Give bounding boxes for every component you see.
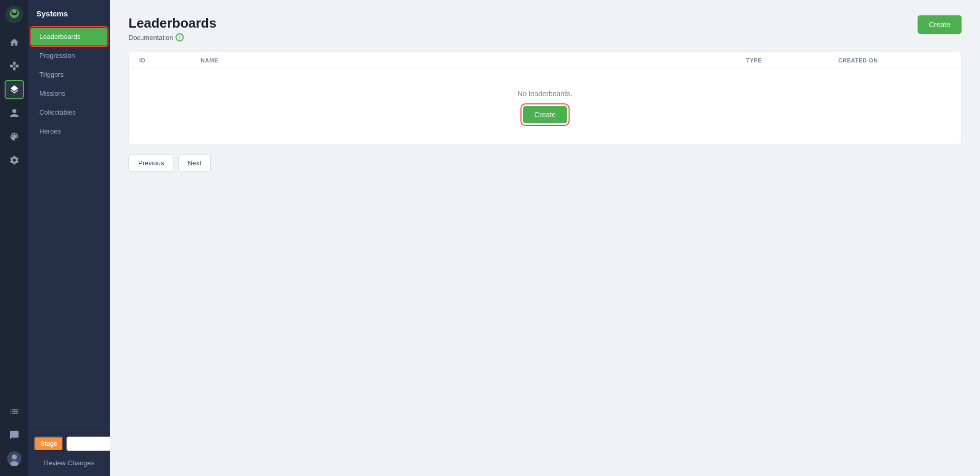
- col-id: ID: [139, 57, 201, 63]
- stage-row: Stage: [34, 437, 104, 451]
- table-header: ID NAME TYPE CREATED ON: [129, 52, 961, 69]
- chat-icon[interactable]: [5, 425, 24, 445]
- review-changes-button[interactable]: Review Changes: [34, 456, 104, 470]
- profile-avatar[interactable]: [5, 449, 24, 468]
- title-section: Leaderboards Documentation i: [128, 15, 216, 41]
- page-title: Leaderboards: [128, 15, 216, 31]
- sidebar-item-collectables[interactable]: Collectables: [31, 103, 107, 121]
- sidebar-item-leaderboards[interactable]: Leaderboards: [31, 28, 107, 46]
- main-sidebar: Systems Leaderboards Progression Trigger…: [28, 0, 110, 476]
- svg-point-3: [12, 9, 16, 13]
- sidebar-title: Systems: [28, 0, 110, 27]
- create-button-top[interactable]: Create: [918, 15, 962, 34]
- col-type: TYPE: [746, 57, 838, 63]
- next-button[interactable]: Next: [178, 155, 211, 171]
- leaderboards-table: ID NAME TYPE CREATED ON No leaderboards.…: [128, 52, 962, 144]
- create-button-center[interactable]: Create: [523, 106, 567, 123]
- page-header: Leaderboards Documentation i Create: [128, 15, 962, 41]
- palette-icon[interactable]: [5, 127, 24, 146]
- list-icon[interactable]: [5, 402, 24, 421]
- table-body: No leaderboards. Create: [129, 69, 961, 144]
- doc-info-icon: i: [176, 33, 184, 41]
- sidebar-item-progression[interactable]: Progression: [31, 47, 107, 64]
- app-logo: [5, 5, 24, 24]
- sidebar-item-missions[interactable]: Missions: [31, 84, 107, 102]
- icon-sidebar: [0, 0, 28, 476]
- settings-icon[interactable]: [5, 150, 24, 170]
- col-created-on: CREATED ON: [838, 57, 951, 63]
- sidebar-item-triggers[interactable]: Triggers: [31, 66, 107, 83]
- sidebar-bottom: Stage Review Changes: [28, 430, 110, 476]
- svg-rect-4: [12, 16, 16, 18]
- doc-link[interactable]: Documentation i: [128, 33, 216, 41]
- sidebar-item-heroes[interactable]: Heroes: [31, 122, 107, 140]
- layers-icon[interactable]: [5, 80, 24, 99]
- previous-button[interactable]: Previous: [128, 155, 174, 171]
- game-icon[interactable]: [5, 56, 24, 76]
- col-name: NAME: [201, 57, 746, 63]
- empty-message: No leaderboards.: [517, 90, 572, 98]
- stage-button[interactable]: Stage: [34, 437, 63, 451]
- main-content: Leaderboards Documentation i Create ID N…: [110, 0, 980, 476]
- svg-point-6: [12, 455, 17, 460]
- home-icon[interactable]: [5, 33, 24, 52]
- pagination: Previous Next: [128, 155, 962, 171]
- user-icon[interactable]: [5, 103, 24, 123]
